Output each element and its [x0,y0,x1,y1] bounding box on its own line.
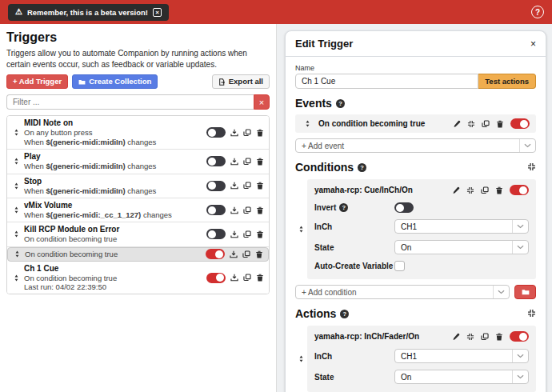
add-condition-group-button[interactable] [514,285,536,299]
clear-filter-button[interactable]: × [254,94,270,110]
add-trigger-button[interactable]: + Add Trigger [6,74,68,89]
state-select[interactable]: On [394,240,529,254]
enable-toggle[interactable] [206,229,226,239]
drag-handle-icon[interactable] [10,182,22,190]
enable-toggle[interactable] [206,205,226,215]
conditions-heading: Conditions [295,161,354,174]
state-label: State [314,243,394,252]
events-heading: Events [295,97,332,110]
inch-select[interactable]: CH1 [394,219,529,234]
trigger-name-input[interactable] [295,74,478,89]
drag-handle-icon[interactable] [10,230,22,238]
enable-toggle[interactable] [206,181,226,191]
delete-trigger-icon[interactable] [256,182,264,190]
state-select[interactable]: On [394,370,529,384]
delete-icon[interactable] [496,120,504,128]
enable-toggle[interactable] [206,156,226,166]
trigger-row[interactable]: Play When $(generic-midi:midiIn) changes [7,150,269,174]
export-trigger-icon[interactable] [230,206,238,214]
trigger-event-summary: On condition becoming true [25,250,206,258]
clone-trigger-icon[interactable] [243,206,251,214]
edit-trigger-panel: Edit Trigger × Name Test actions Events … [276,24,552,392]
trigger-row[interactable]: MIDI Note on On any button press When $(… [7,116,269,150]
folder-icon [522,288,530,296]
clone-trigger-icon[interactable] [243,129,251,137]
drag-handle-icon[interactable] [10,206,22,214]
add-condition-select[interactable]: + Add condition [295,285,510,299]
chevron-down-icon [512,241,528,254]
delete-trigger-icon[interactable] [255,250,263,258]
enable-toggle[interactable] [206,127,226,138]
trigger-row[interactable]: Stop When $(generic-midi:midiIn) changes [7,174,269,198]
trigger-row-selected[interactable]: Ch 1 Cue On condition becoming true Last… [7,247,269,262]
trigger-row[interactable]: vMix Volume When $(generic-midi:_cc_1_12… [7,198,269,222]
export-all-button[interactable]: Export all [212,74,270,89]
edit-icon[interactable] [452,186,460,194]
trigger-event-summary: On condition becoming true [24,234,206,243]
clone-icon[interactable] [481,333,489,341]
toast-close-icon[interactable]: × [153,8,162,17]
delete-trigger-icon[interactable] [256,230,264,238]
clone-trigger-icon[interactable] [243,230,251,238]
drag-handle-icon[interactable] [10,128,22,137]
clone-trigger-icon[interactable] [243,274,251,282]
trigger-last-run: Last run: 04/02 22:39:50 [24,282,206,291]
collapse-icon[interactable] [467,120,475,128]
export-trigger-icon[interactable] [230,182,238,190]
enable-toggle[interactable] [206,249,225,259]
drag-handle-icon[interactable] [302,119,313,128]
export-trigger-icon[interactable] [230,129,238,137]
chevron-down-icon [512,350,528,362]
info-icon: ? [340,310,349,318]
export-trigger-icon[interactable] [230,158,238,166]
invert-toggle[interactable] [394,202,414,213]
condition-item: yamaha-rcp: Cue/InCh/On Invert? [295,179,536,279]
trigger-event-summary: On any button press [24,128,206,137]
collapse-all-icon[interactable] [527,160,536,174]
close-icon[interactable]: × [530,39,536,49]
drag-handle-icon[interactable] [295,179,307,279]
drag-handle-icon[interactable] [295,326,307,392]
filter-input[interactable] [6,94,254,110]
help-button[interactable]: ? [531,6,544,18]
auto-create-variable-checkbox[interactable] [394,261,405,271]
collapse-icon[interactable] [466,186,474,194]
inch-select[interactable]: CH1 [394,349,529,363]
clone-trigger-icon[interactable] [243,158,251,166]
trigger-name: MIDI Note on [24,118,206,128]
beta-toast-text: Remember, this is a beta version! [27,8,148,17]
trigger-when-summary: When $(generic-midi:midiIn) changes [24,162,206,170]
trigger-row[interactable]: Kill RCP Module on Error On condition be… [7,222,269,246]
edit-icon[interactable] [452,333,460,341]
delete-trigger-icon[interactable] [256,206,264,214]
condition-enable-toggle[interactable] [510,185,529,195]
delete-icon[interactable] [495,186,503,194]
edit-icon[interactable] [453,120,461,128]
create-collection-button[interactable]: Create Collection [72,74,158,89]
test-actions-button[interactable]: Test actions [478,74,536,89]
clone-trigger-icon[interactable] [243,182,251,190]
export-trigger-icon[interactable] [230,250,238,258]
add-event-select[interactable]: + Add event [295,138,536,153]
clone-trigger-icon[interactable] [242,250,250,258]
collapse-icon[interactable] [466,333,474,341]
export-trigger-icon[interactable] [230,230,238,238]
info-icon: ? [358,163,366,172]
trigger-row[interactable]: Ch 1 Cue On condition becoming true Last… [7,262,269,294]
drag-handle-icon[interactable] [10,157,22,166]
event-enable-toggle[interactable] [510,118,530,129]
delete-trigger-icon[interactable] [256,158,264,166]
clone-icon[interactable] [481,186,489,194]
export-trigger-icon[interactable] [230,274,238,282]
clone-icon[interactable] [482,120,490,128]
collapse-all-icon[interactable] [527,306,536,321]
action-enable-toggle[interactable] [510,331,529,342]
drag-handle-icon[interactable] [10,274,22,282]
delete-trigger-icon[interactable] [256,129,264,137]
enable-toggle[interactable] [206,273,226,283]
delete-trigger-icon[interactable] [256,274,264,282]
drag-handle-icon[interactable] [11,250,22,258]
delete-icon[interactable] [495,333,503,341]
top-banner: ⚠ Remember, this is a beta version! × ? [0,0,552,24]
inch-label: InCh [314,222,394,231]
